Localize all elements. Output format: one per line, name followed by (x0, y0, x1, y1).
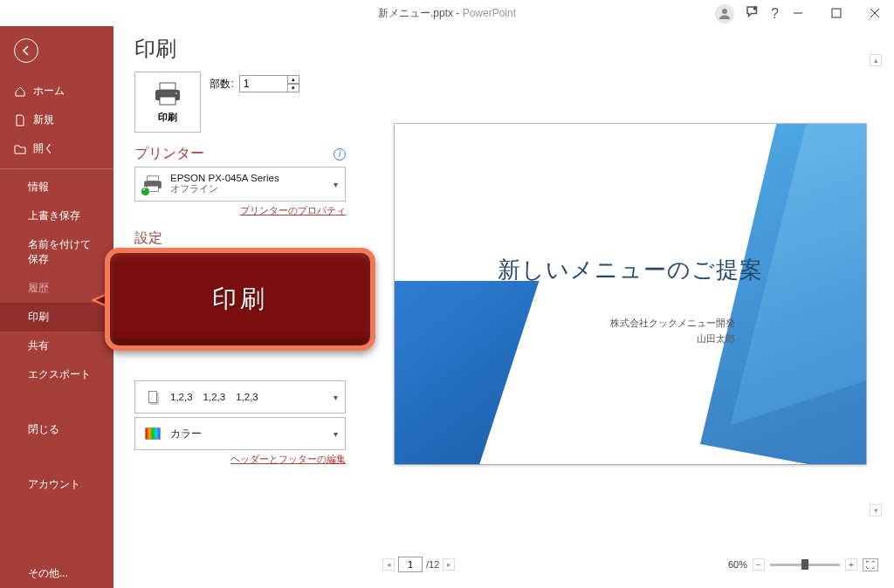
scroll-down-button[interactable]: ▾ (870, 504, 882, 516)
nav-info[interactable]: 情報 (0, 168, 113, 202)
back-button[interactable] (14, 38, 38, 63)
slide-title-text: 新しいメニューのご提案 (395, 255, 866, 285)
maximize-button[interactable] (817, 0, 856, 26)
info-icon[interactable]: i (334, 148, 346, 161)
help-icon[interactable]: ? (771, 6, 779, 22)
nav-new[interactable]: 新規 (0, 106, 113, 134)
svg-rect-10 (148, 176, 159, 181)
nav-save[interactable]: 上書き保存 (0, 202, 113, 230)
svg-point-9 (175, 92, 178, 94)
print-button[interactable]: 印刷 (134, 72, 201, 133)
zoom-out-button[interactable]: − (753, 558, 765, 571)
settings-heading: 設定 (134, 229, 162, 248)
page-title: 印刷 (134, 35, 346, 63)
nav-save-as[interactable]: 名前を付けて保存 (0, 230, 113, 274)
slide-subtitle: 株式会社クックメニュー開発山田太郎 (610, 316, 735, 346)
slide-preview: 新しいメニューのご提案 株式会社クックメニュー開発山田太郎 (395, 124, 866, 464)
copies-spinner[interactable]: ▴▾ (287, 75, 299, 92)
printer-dropdown[interactable]: EPSON PX-045A Seriesオフライン ▾ (134, 167, 346, 202)
nav-close[interactable]: 閉じる (0, 415, 113, 444)
tell-me-icon[interactable] (745, 4, 760, 24)
page-next-button[interactable]: ▸ (443, 558, 455, 571)
svg-rect-3 (832, 9, 841, 17)
sort-dropdown[interactable]: 1,2,3 1,2,3 1,2,3 ▾ (134, 380, 346, 414)
nav-home[interactable]: ホーム (0, 77, 113, 106)
nav-account[interactable]: アカウント (0, 470, 113, 499)
document-title: 新メニュー.pptx - PowerPoint (378, 6, 516, 21)
nav-other[interactable]: その他... (0, 559, 113, 588)
minimize-button[interactable] (779, 0, 817, 26)
collate-icon (142, 386, 163, 407)
printer-heading: プリンター (134, 145, 204, 163)
page-prev-button[interactable]: ◂ (382, 558, 395, 571)
svg-rect-8 (160, 97, 175, 105)
zoom-in-button[interactable]: + (845, 558, 857, 571)
printer-icon (142, 174, 163, 195)
titlebar: 新メニュー.pptx - PowerPoint ? (0, 0, 894, 26)
printer-properties-link[interactable]: プリンターのプロパティ (134, 205, 346, 217)
color-dropdown[interactable]: カラー ▾ (134, 417, 346, 450)
account-avatar[interactable] (715, 4, 734, 24)
zoom-slider[interactable] (770, 564, 840, 566)
zoom-percent: 60% (728, 559, 747, 570)
scroll-up-button[interactable]: ▴ (870, 54, 882, 66)
callout-print-highlight: 印刷 (105, 248, 375, 351)
print-preview: ▴ ▾ 新しいメニューのご提案 株式会社クックメニュー開発山田太郎 ◂ /12 … (367, 26, 894, 588)
fit-window-button[interactable]: ⛶ (863, 558, 878, 571)
page-input[interactable] (398, 557, 423, 572)
nav-open[interactable]: 開く (0, 134, 113, 163)
chevron-down-icon: ▾ (334, 180, 338, 189)
copies-input[interactable] (239, 75, 288, 92)
svg-point-1 (754, 7, 757, 10)
copies-label: 部数: (210, 77, 233, 92)
svg-rect-6 (160, 83, 175, 90)
nav-export[interactable]: エクスポート (0, 360, 113, 389)
nav-share[interactable]: 共有 (0, 332, 113, 360)
page-total: /12 (426, 559, 439, 570)
color-icon (142, 423, 163, 444)
close-button[interactable] (856, 0, 894, 26)
svg-point-0 (722, 9, 727, 14)
header-footer-link[interactable]: ヘッダーとフッターの編集 (134, 454, 346, 466)
